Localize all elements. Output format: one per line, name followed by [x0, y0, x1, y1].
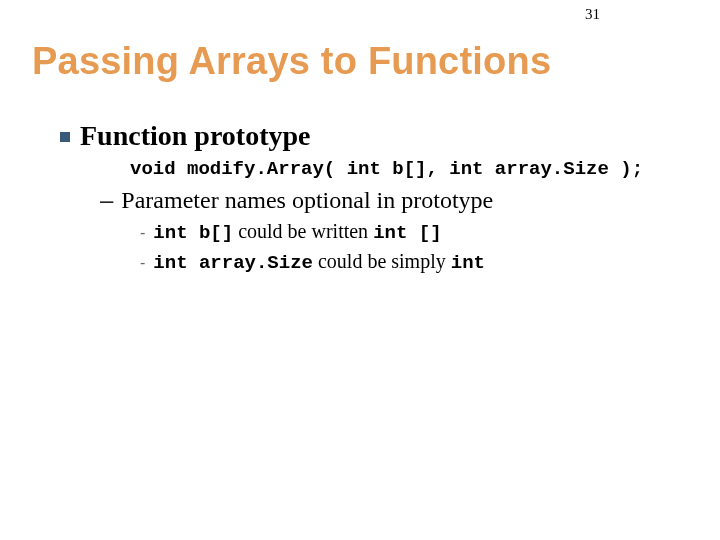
bullet1-text: Function prototype	[80, 120, 311, 152]
text-span: could be simply	[313, 250, 451, 272]
bullet-level3-a: - int b[] could be written int []	[140, 220, 670, 244]
code-span: int []	[373, 222, 441, 244]
prototype-code: void modify.Array( int b[], int array.Si…	[130, 158, 670, 180]
code-span: int array.Size	[153, 252, 313, 274]
sub-a-text: int b[] could be written int []	[153, 220, 441, 244]
sub-b-text: int array.Size could be simply int	[153, 250, 485, 274]
square-bullet-icon	[60, 132, 70, 142]
slide: 31 Passing Arrays to Functions Function …	[0, 0, 720, 540]
slide-body: Function prototype void modify.Array( in…	[60, 120, 670, 274]
page-number: 31	[585, 6, 600, 23]
code-span: int	[451, 252, 485, 274]
slide-title: Passing Arrays to Functions	[32, 40, 551, 83]
dash-icon: -	[140, 224, 145, 242]
dash-icon: –	[100, 186, 113, 214]
text-span: could be written	[233, 220, 373, 242]
bullet-level2: – Parameter names optional in prototype	[100, 186, 670, 214]
bullet-level1: Function prototype	[60, 120, 670, 152]
code-span: int b[]	[153, 222, 233, 244]
bullet2-text: Parameter names optional in prototype	[121, 187, 493, 214]
bullet-level3-b: - int array.Size could be simply int	[140, 250, 670, 274]
dash-icon: -	[140, 254, 145, 272]
